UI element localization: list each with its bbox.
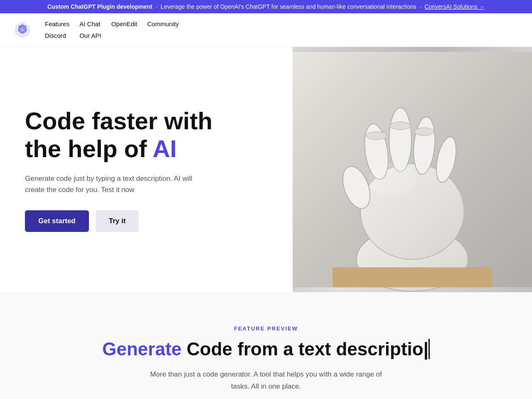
hero-title-part1: Code faster with <box>25 107 212 134</box>
hero-left: Code faster with the help of AI Generate… <box>0 47 293 292</box>
nav-item-our-api[interactable]: Our API <box>79 30 101 42</box>
hero-image <box>293 47 532 292</box>
robot-hand-svg <box>293 47 532 292</box>
banner-separator2: · <box>419 3 421 10</box>
nav-item-openedit[interactable]: OpenEdit <box>111 18 138 30</box>
hero-title: Code faster with the help of AI <box>25 107 268 163</box>
nav-item-discord[interactable]: Discord <box>45 30 69 42</box>
feature-heading: Generate Code from a text descriptio| <box>17 338 515 360</box>
feature-subtext: More than just a code generator. A tool … <box>141 369 391 393</box>
banner-description: Leverage the power of OpenAI's ChatGPT f… <box>161 3 416 10</box>
feature-heading-generate: Generate <box>102 339 187 359</box>
hero-section: Code faster with the help of AI Generate… <box>0 47 532 292</box>
navbar: Features Discord AI Chat Our API OpenEdi… <box>0 13 532 47</box>
feature-section: FEATURE PREVIEW Generate Code from a tex… <box>0 292 532 399</box>
svg-rect-18 <box>332 267 492 287</box>
nav-links: Features Discord AI Chat Our API OpenEdi… <box>45 18 189 42</box>
logo[interactable] <box>13 21 32 39</box>
banner-link[interactable]: ConversAI Solutions → <box>424 3 485 10</box>
svg-point-19 <box>368 164 416 196</box>
nav-column-4: Community <box>147 18 179 42</box>
nav-item-ai-chat[interactable]: AI Chat <box>79 18 101 30</box>
nav-column-1: Features Discord <box>45 18 69 42</box>
feature-heading-rest: Code from a text descriptio <box>187 339 424 359</box>
svg-point-12 <box>389 108 411 172</box>
feature-label: FEATURE PREVIEW <box>17 325 515 332</box>
hero-buttons: Get started Try it <box>25 210 268 232</box>
logo-icon <box>13 21 32 39</box>
nav-column-2: AI Chat Our API <box>79 18 101 42</box>
nav-column-3: OpenEdit <box>111 18 138 42</box>
hero-title-part2: the help of <box>25 135 153 162</box>
nav-item-community[interactable]: Community <box>147 18 179 30</box>
hero-right <box>293 47 532 292</box>
top-banner: Custom ChatGPT Plugin development · Leve… <box>0 0 532 13</box>
svg-point-16 <box>390 122 411 130</box>
try-it-button[interactable]: Try it <box>96 210 139 232</box>
banner-separator1: · <box>156 3 158 10</box>
feature-heading-cursor: | <box>424 339 430 359</box>
get-started-button[interactable]: Get started <box>25 210 89 232</box>
svg-point-17 <box>415 128 434 135</box>
nav-item-features[interactable]: Features <box>45 18 69 30</box>
hero-title-ai: AI <box>153 135 177 162</box>
banner-bold-text: Custom ChatGPT Plugin development <box>47 3 153 10</box>
hero-subtitle: Generate code just by typing a text desc… <box>25 173 208 195</box>
svg-point-15 <box>366 132 387 140</box>
